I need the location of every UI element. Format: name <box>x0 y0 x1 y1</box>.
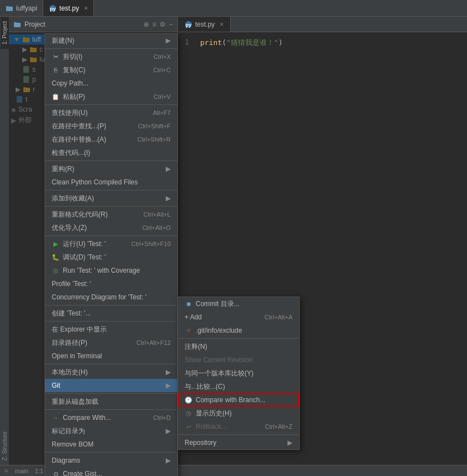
git-menu-compareother[interactable]: 与...比较...(C) <box>178 380 299 393</box>
shortcut-label: Ctrl+Alt+L <box>143 211 171 218</box>
git-menu-showcurrentrevision: Show Current Revision <box>178 353 299 367</box>
separator <box>178 434 299 435</box>
git-menu-showhistory[interactable]: ◷ 显示历史(H) <box>178 407 299 420</box>
structure-vertical-tab[interactable]: Z: Structure <box>1 427 9 465</box>
menu-item-replaceinpath[interactable]: 在路径中替换...(A) Ctrl+Shift+R <box>45 133 177 146</box>
svg-rect-16 <box>17 96 22 103</box>
git-menu-repository[interactable]: Repository ▶ <box>178 436 299 449</box>
file-tab[interactable]: py test.py × <box>43 0 94 16</box>
folder-icon <box>29 46 37 53</box>
menu-item-runcoverage[interactable]: ◎ Run 'Test: ' with Coverage <box>45 264 177 277</box>
menu-item-removebom[interactable]: Remove BOM <box>45 438 177 451</box>
arrow-icon: ▶ <box>166 368 171 376</box>
code-paren: ( <box>222 38 226 47</box>
menu-item-cleanpython[interactable]: Clean Python Compiled Files <box>45 176 177 189</box>
svg-rect-9 <box>30 47 33 48</box>
separator <box>45 206 177 207</box>
arrow-icon: ▶ <box>22 56 27 63</box>
code-content[interactable]: print("猜猜我是谁！") <box>195 38 288 48</box>
menu-item-label: 显示历史(H) <box>196 409 232 418</box>
menu-item-git[interactable]: Git ▶ <box>45 379 177 392</box>
menu-item-creategist[interactable]: ⊙ Create Gist... <box>45 467 177 476</box>
menu-item-reformat[interactable]: 重新格式化代码(R) Ctrl+Alt+L <box>45 208 177 221</box>
menu-item-paste[interactable]: 📋 粘贴(P) Ctrl+V <box>45 90 177 103</box>
git-branch-icon: ⑂ <box>4 468 8 474</box>
git-icon: ⑂ <box>185 327 192 334</box>
menu-item-optimizeimport[interactable]: 优化导入(Z) Ctrl+Alt+O <box>45 221 177 234</box>
menu-item-showinexplorer[interactable]: 在 Explorer 中显示 <box>45 323 177 336</box>
menu-item-profile[interactable]: Profile 'Test: ' <box>45 277 177 290</box>
svg-rect-11 <box>30 57 33 58</box>
menu-item-label: 重构(R) <box>52 164 74 174</box>
menu-item-new[interactable]: 新建(N) ▶ <box>45 34 177 47</box>
editor-file-tab[interactable]: py test.py × <box>178 17 231 32</box>
shortcut-label: Ctrl+Shift+F10 <box>131 240 171 247</box>
menu-item-localhistory[interactable]: 本地历史(H) ▶ <box>45 365 177 379</box>
add-icon[interactable]: ⊕ <box>143 21 149 28</box>
menu-item-debug[interactable]: 🐛 调试(D) 'Test: ' <box>45 250 177 264</box>
menu-item-diagrams[interactable]: Diagrams ▶ <box>45 454 177 467</box>
project-tab[interactable]: luffyapi <box>0 0 43 16</box>
arrow-icon: ◉ <box>11 107 16 113</box>
menu-item-favorites[interactable]: 添加到收藏(A) ▶ <box>45 192 177 205</box>
menu-item-create[interactable]: 创建 'Test: '... <box>45 307 177 320</box>
menu-item-copy[interactable]: ⎘ 复制(C) Ctrl+C <box>45 63 177 77</box>
folder-icon <box>13 21 21 28</box>
menu-item-refactor[interactable]: 重构(R) ▶ <box>45 162 177 176</box>
copy-icon: ⎘ <box>52 66 59 74</box>
panel-title: Project <box>24 21 45 28</box>
file-tab-label: test.py <box>59 4 79 12</box>
menu-item-cut[interactable]: ✂ 剪切(I) Ctrl+X <box>45 50 177 63</box>
svg-rect-4 <box>14 23 21 27</box>
menu-item-markdiras[interactable]: 标记目录为 ▶ <box>45 424 177 438</box>
menu-item-findusage[interactable]: 查找使用(U) Alt+F7 <box>45 106 177 119</box>
arrow-icon: ▶ <box>16 86 21 93</box>
menu-item-concurrency[interactable]: Concurrency Diagram for 'Test: ' <box>45 290 177 304</box>
file-icon <box>22 66 30 73</box>
git-menu-comparewithbranch[interactable]: 🕐 Compare with Branch... <box>178 393 299 407</box>
svg-rect-14 <box>23 88 30 92</box>
code-function: print <box>200 38 222 47</box>
tree-item-label: r <box>33 86 35 93</box>
git-menu-annotate[interactable]: 注释(N) <box>178 340 299 353</box>
menu-item-label: Rollback... <box>196 423 227 430</box>
shortcut-label: Ctrl+V <box>153 93 171 100</box>
git-menu-commit[interactable]: ⏺ Commit 目录... <box>178 297 299 310</box>
separator <box>45 236 177 236</box>
menu-item-label: 标记目录为 <box>52 427 85 436</box>
separator <box>45 452 177 453</box>
separator <box>45 364 177 364</box>
menu-item-copypath[interactable]: Copy Path... <box>45 77 177 90</box>
shortcut-label: Ctrl+Alt+O <box>142 224 171 231</box>
menu-item-comparewith[interactable]: ↔ Compare With... Ctrl+D <box>45 411 177 424</box>
folder-icon <box>23 86 31 93</box>
shortcut-label: Ctrl+D <box>153 414 171 421</box>
debug-icon: 🐛 <box>52 253 59 261</box>
menu-item-inspect[interactable]: 检查代码...(I) <box>45 146 177 159</box>
menu-item-run[interactable]: ▶ 运行(U) 'Test: ' Ctrl+Shift+F10 <box>45 237 177 250</box>
menu-item-label: 与...比较...(C) <box>185 382 225 392</box>
coverage-icon: ◎ <box>52 267 59 274</box>
editor-tab-close[interactable]: × <box>220 21 223 28</box>
file-tab-close[interactable]: × <box>84 4 88 12</box>
menu-item-label: Diagrams <box>52 457 80 464</box>
git-menu-comparewithsame[interactable]: 与同一个版本库比较(Y) <box>178 367 299 380</box>
python-file-icon <box>16 96 23 103</box>
separator <box>45 393 177 394</box>
menu-item-label: Run 'Test: ' with Coverage <box>63 267 140 274</box>
menu-item-openterminal[interactable]: Open in Terminal <box>45 349 177 363</box>
menu-item-reload[interactable]: 重新从磁盘加载 <box>45 395 177 408</box>
git-menu-rollback: ↩ Rollback... Ctrl+Alt+Z <box>178 420 299 433</box>
svg-rect-7 <box>23 37 26 38</box>
git-menu-exclude[interactable]: ⑂ .git/info/exclude <box>178 324 299 337</box>
svg-rect-12 <box>23 66 29 73</box>
menu-item-findinpath[interactable]: 在路径中查找...(P) Ctrl+Shift+F <box>45 119 177 133</box>
menu-item-dirpath[interactable]: 目录路径(P) Ctrl+Alt+F12 <box>45 336 177 349</box>
arrow-icon: ▶ <box>166 37 171 44</box>
collapse-icon[interactable]: ≡ <box>152 21 156 28</box>
project-vertical-tab[interactable]: 1: Project <box>1 17 9 49</box>
gear-icon[interactable]: ⚙ <box>160 21 166 28</box>
minimize-icon[interactable]: − <box>169 21 173 28</box>
git-menu-add[interactable]: + Add Ctrl+Alt+A <box>178 310 299 324</box>
arrow-icon: ▶ <box>287 439 292 447</box>
